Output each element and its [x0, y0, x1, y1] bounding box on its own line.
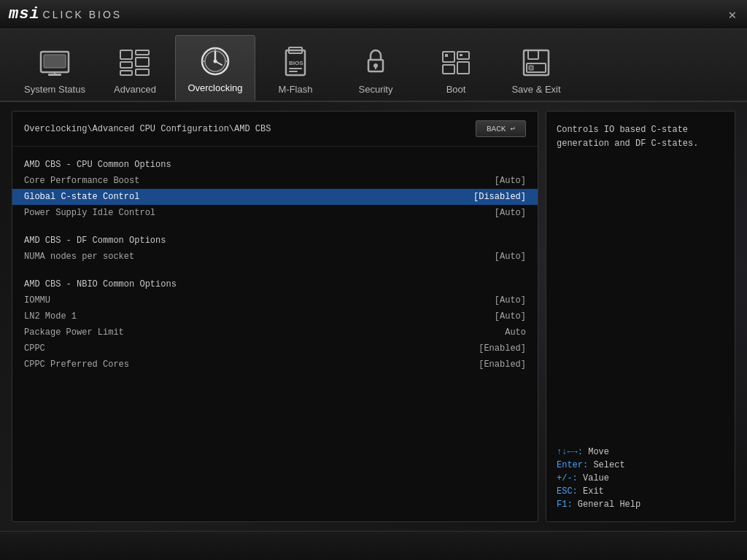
tab-boot-label: Boot [446, 84, 466, 95]
key-name: F1: [557, 499, 573, 510]
svg-rect-35 [528, 50, 538, 59]
tab-m-flash-label: M-Flash [279, 84, 313, 95]
back-icon: ↩ [510, 124, 515, 133]
menu-item-label: CPPC Preferred Cores [24, 359, 129, 370]
tab-m-flash[interactable]: BIOS M-Flash [255, 35, 336, 101]
tab-boot[interactable]: Boot [416, 35, 496, 101]
breadcrumb-row: Overclocking\Advanced CPU Configuration\… [12, 112, 538, 147]
key-desc-value: Value [583, 473, 609, 483]
save-exit-icon [519, 46, 553, 79]
key-name: Enter: [557, 460, 588, 470]
close-button[interactable]: ✕ [724, 6, 741, 23]
menu-item-value: [Disabled] [473, 192, 526, 202]
section-header-df: AMD CBS - DF Common Options [12, 228, 538, 249]
key-name: ESC: [557, 486, 578, 497]
key-desc-move: Move [588, 447, 609, 457]
advanced-icon [118, 46, 152, 79]
menu-item-label: IOMMU [24, 295, 50, 306]
section-header-cpu: AMD CBS - CPU Common Options [12, 152, 538, 173]
svg-rect-1 [44, 55, 66, 68]
tab-system-status[interactable]: System Status [15, 35, 95, 101]
menu-item-value: [Auto] [495, 311, 526, 322]
menu-item-label: Package Power Limit [24, 327, 124, 338]
svg-rect-32 [445, 54, 448, 57]
tab-system-status-label: System Status [24, 84, 85, 95]
menu-content: AMD CBS - CPU Common Options Core Perfor… [12, 147, 538, 521]
key-item-help: F1: General Help [557, 499, 724, 510]
tab-advanced-label: Advanced [114, 84, 156, 95]
tab-overclocking-label: Overclocking [187, 82, 242, 93]
svg-rect-11 [136, 69, 149, 75]
key-legend: ↑↓←→: Move Enter: Select +/-: Value ESC:… [557, 447, 724, 510]
menu-item-value: [Enabled] [479, 343, 526, 354]
svg-rect-24 [289, 71, 298, 72]
menu-item-value: [Auto] [495, 295, 526, 306]
key-name: +/-: [557, 473, 578, 483]
key-name: ↑↓←→: [557, 447, 583, 457]
menu-item-cppc-preferred-cores[interactable]: CPPC Preferred Cores [Enabled] [12, 357, 538, 373]
key-item-move: ↑↓←→: Move [557, 447, 724, 457]
status-bar [0, 531, 747, 560]
key-item-select: Enter: Select [557, 460, 724, 470]
menu-item-label: Global C-state Control [24, 192, 139, 202]
menu-item-value: Auto [505, 327, 526, 338]
tab-advanced[interactable]: Advanced [95, 35, 175, 101]
key-item-exit: ESC: Exit [557, 486, 724, 497]
key-item-value: +/-: Value [557, 473, 724, 483]
menu-item-label: LN2 Mode 1 [24, 311, 77, 322]
click-bios-title: CLICK BIOS [43, 9, 123, 20]
svg-point-16 [214, 60, 217, 63]
key-desc-select: Select [593, 460, 624, 470]
navigation-tabs: System Status Advanced [0, 29, 747, 102]
tab-security-label: Security [359, 84, 393, 95]
system-status-icon [38, 46, 71, 79]
m-flash-icon: BIOS [279, 46, 312, 79]
menu-item-package-power-limit[interactable]: Package Power Limit Auto [12, 324, 538, 341]
spacer-2 [12, 265, 538, 272]
menu-item-value: [Auto] [495, 176, 526, 186]
menu-item-global-cstate[interactable]: Global C-state Control [Disabled] [12, 189, 538, 205]
main-content: Overclocking\Advanced CPU Configuration\… [0, 102, 747, 531]
menu-item-core-performance-boost[interactable]: Core Performance Boost [Auto] [12, 173, 538, 189]
menu-item-label: Core Performance Boost [24, 176, 139, 186]
tab-save-exit-label: Save & Exit [511, 84, 560, 95]
svg-rect-23 [289, 68, 302, 69]
menu-item-label: CPPC [24, 343, 45, 354]
security-icon [359, 46, 392, 79]
back-button-label: BACK [487, 125, 506, 133]
svg-rect-5 [48, 74, 61, 76]
svg-rect-9 [136, 50, 149, 55]
menu-item-label: Power Supply Idle Control [24, 208, 155, 218]
header-bar: msi CLICK BIOS ✕ [0, 0, 747, 29]
svg-rect-10 [136, 58, 149, 66]
left-panel: Overclocking\Advanced CPU Configuration\… [12, 111, 538, 522]
svg-rect-7 [120, 62, 132, 68]
key-desc-help: General Help [578, 499, 640, 510]
help-text: Controls IO based C-state generation and… [557, 123, 724, 151]
overclocking-icon [198, 44, 232, 78]
menu-item-iommu[interactable]: IOMMU [Auto] [12, 292, 538, 308]
breadcrumb: Overclocking\Advanced CPU Configuration\… [24, 124, 271, 134]
svg-rect-6 [120, 50, 132, 59]
menu-item-numa-nodes[interactable]: NUMA nodes per socket [Auto] [12, 249, 538, 265]
spacer-1 [12, 221, 538, 228]
menu-item-ln2-mode[interactable]: LN2 Mode 1 [Auto] [12, 308, 538, 324]
svg-rect-31 [457, 62, 469, 74]
tab-overclocking[interactable]: Overclocking [175, 35, 255, 101]
menu-item-label: NUMA nodes per socket [24, 252, 134, 262]
tab-save-exit[interactable]: Save & Exit [496, 35, 576, 101]
menu-item-value: [Auto] [495, 208, 526, 218]
section-header-nbio: AMD CBS - NBIO Common Options [12, 272, 538, 292]
svg-rect-37 [529, 66, 533, 70]
svg-rect-33 [460, 54, 462, 56]
menu-item-value: [Enabled] [479, 359, 526, 370]
boot-icon [439, 46, 473, 79]
svg-rect-29 [457, 52, 469, 59]
key-desc-exit: Exit [583, 486, 604, 497]
svg-text:BIOS: BIOS [289, 60, 303, 66]
menu-item-power-supply-idle[interactable]: Power Supply Idle Control [Auto] [12, 205, 538, 221]
tab-security[interactable]: Security [336, 35, 416, 101]
menu-item-cppc[interactable]: CPPC [Enabled] [12, 341, 538, 357]
back-button[interactable]: BACK ↩ [476, 120, 526, 137]
svg-rect-8 [120, 71, 132, 75]
